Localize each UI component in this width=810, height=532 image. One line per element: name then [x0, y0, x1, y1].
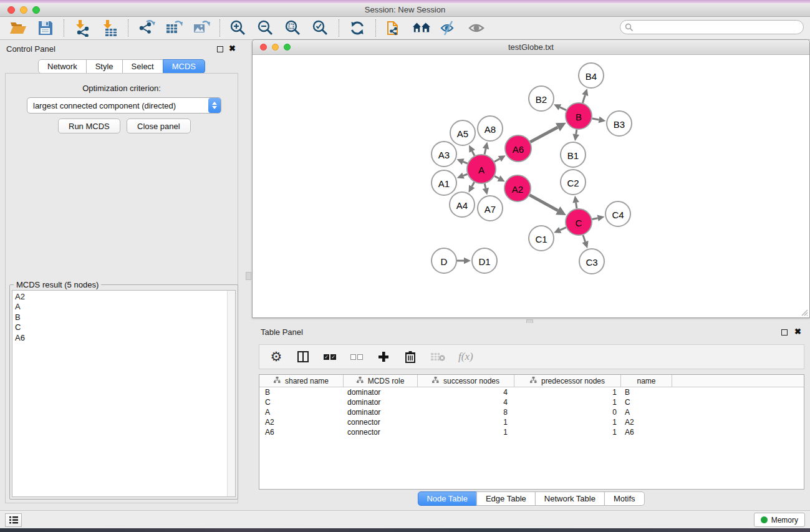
graph-edge[interactable]	[576, 203, 577, 209]
zoom-selected-icon[interactable]	[311, 19, 330, 37]
table-cell[interactable]: 8	[418, 407, 514, 417]
add-column-icon[interactable]	[377, 349, 390, 364]
import-table-icon[interactable]	[100, 19, 119, 37]
graph-edge[interactable]	[529, 195, 557, 211]
search-input[interactable]	[634, 22, 803, 33]
tab-node-table[interactable]: Node Table	[417, 491, 477, 506]
export-image-icon[interactable]	[192, 19, 211, 37]
zoom-fit-icon[interactable]	[284, 19, 302, 37]
table-cell[interactable]: 1	[418, 427, 514, 437]
table-cell[interactable]: dominator	[344, 397, 418, 407]
graph-node-C4[interactable]: C4	[605, 201, 630, 226]
mcds-list-scrollbar[interactable]	[227, 291, 235, 496]
table-row[interactable]: Cdominator41C	[259, 397, 804, 407]
table-cell[interactable]: connector	[344, 427, 418, 437]
graph-node-A5[interactable]: A5	[450, 120, 475, 145]
graph-edge[interactable]	[485, 148, 486, 154]
graph-edge[interactable]	[463, 174, 467, 175]
home-icon[interactable]	[412, 19, 431, 37]
graph-node-D1[interactable]: D1	[472, 248, 497, 273]
graph-node-A2[interactable]: A2	[504, 175, 531, 201]
table-cell[interactable]: A2	[259, 417, 344, 427]
tab-motifs[interactable]: Motifs	[604, 491, 645, 506]
graph-node-A3[interactable]: A3	[432, 142, 456, 167]
graph-edge[interactable]	[583, 235, 586, 242]
graph-node-B4[interactable]: B4	[579, 63, 604, 88]
graph-edge[interactable]	[560, 228, 566, 230]
mcds-result-item[interactable]: C	[12, 322, 235, 332]
search-field[interactable]	[620, 20, 804, 34]
graph-edge[interactable]	[592, 118, 599, 120]
table-cell[interactable]: A	[259, 407, 344, 417]
graph-edge[interactable]	[463, 162, 468, 163]
close-panel-icon[interactable]: ✖	[229, 46, 236, 52]
table-cell[interactable]: B	[259, 387, 344, 397]
table-cell[interactable]: 1	[514, 397, 621, 407]
table-cell[interactable]: 1	[418, 417, 514, 427]
column-header-predecessor-nodes[interactable]: predecessor nodes	[514, 375, 621, 387]
graph-edge[interactable]	[592, 218, 598, 220]
network-view-window[interactable]: testGlobe.txt AA1A2A3A4A5A6A7A8BB1B2B3B4…	[252, 39, 810, 318]
table-cell[interactable]: C	[259, 397, 344, 407]
tab-edge-table[interactable]: Edge Table	[476, 491, 536, 506]
task-history-button[interactable]	[5, 513, 22, 527]
delete-column-icon[interactable]	[403, 349, 417, 364]
unselect-all-columns-icon[interactable]	[350, 349, 364, 364]
graph-node-A6[interactable]: A6	[505, 135, 531, 162]
graph-node-B3[interactable]: B3	[607, 111, 632, 136]
node-table[interactable]: shared nameMCDS rolesuccessor nodesprede…	[259, 374, 804, 490]
network-window-titlebar[interactable]: testGlobe.txt	[253, 40, 809, 55]
graph-node-B1[interactable]: B1	[561, 142, 586, 167]
import-network-icon[interactable]	[73, 19, 92, 37]
graph-node-C[interactable]: C	[566, 209, 592, 235]
zoom-in-icon[interactable]	[229, 19, 248, 37]
table-cell[interactable]: 0	[514, 407, 621, 417]
graph-edge[interactable]	[472, 151, 475, 155]
network-graph[interactable]: AA1A2A3A4A5A6A7A8BB1B2B3B4CC1C2C3C4DD1	[253, 56, 809, 317]
graph-edge[interactable]	[576, 130, 577, 135]
show-details-icon[interactable]	[467, 19, 486, 37]
mcds-result-item[interactable]: B	[12, 312, 235, 322]
run-mcds-button[interactable]: Run MCDS	[58, 118, 120, 133]
graph-edge[interactable]	[530, 127, 557, 142]
graph-node-A[interactable]: A	[467, 155, 496, 183]
table-cell[interactable]: A6	[621, 427, 672, 437]
resize-grip-icon[interactable]	[799, 307, 808, 316]
main-titlebar[interactable]: Session: New Session	[0, 3, 810, 17]
table-cell[interactable]: 1	[514, 427, 621, 437]
graph-node-A4[interactable]: A4	[450, 192, 475, 217]
graph-edge[interactable]	[494, 159, 499, 162]
delete-table-icon[interactable]	[430, 349, 445, 364]
graph-node-A1[interactable]: A1	[432, 170, 456, 195]
column-header-successor-nodes[interactable]: successor nodes	[418, 375, 514, 387]
save-session-icon[interactable]	[36, 19, 55, 37]
table-cell[interactable]: dominator	[344, 407, 418, 417]
table-cell[interactable]: 4	[418, 397, 514, 407]
tab-select[interactable]: Select	[122, 59, 163, 74]
table-row[interactable]: A6connector11A6	[259, 427, 804, 437]
table-cell[interactable]: 4	[418, 387, 514, 397]
table-cell[interactable]: connector	[344, 417, 418, 427]
graph-node-A7[interactable]: A7	[478, 196, 503, 221]
table-cell[interactable]: A6	[259, 427, 344, 437]
graph-edge[interactable]	[494, 176, 499, 178]
graph-node-B2[interactable]: B2	[529, 86, 554, 111]
table-cell[interactable]: dominator	[344, 387, 418, 397]
select-all-columns-icon[interactable]: ✓✓	[323, 349, 337, 364]
column-header-shared-name[interactable]: shared name	[259, 375, 344, 387]
column-header-name[interactable]: name	[621, 375, 672, 387]
mcds-result-item[interactable]: A2	[12, 292, 235, 302]
column-header-mcds-role[interactable]: MCDS role	[344, 375, 418, 387]
graph-node-C2[interactable]: C2	[561, 170, 586, 195]
export-network-icon[interactable]	[137, 19, 156, 37]
mcds-result-item[interactable]: A	[12, 302, 235, 312]
memory-button[interactable]: Memory	[754, 513, 805, 527]
zoom-out-icon[interactable]	[256, 19, 275, 37]
new-network-from-file-icon[interactable]	[385, 19, 403, 37]
tab-network[interactable]: Network	[38, 59, 87, 74]
mcds-result-list[interactable]: A2ABCA6	[12, 290, 236, 497]
table-row[interactable]: Bdominator41B	[259, 387, 804, 397]
mcds-result-item[interactable]: A6	[12, 333, 235, 343]
function-builder-icon[interactable]: f(x)	[458, 349, 473, 364]
float-table-panel-icon[interactable]	[781, 329, 788, 336]
